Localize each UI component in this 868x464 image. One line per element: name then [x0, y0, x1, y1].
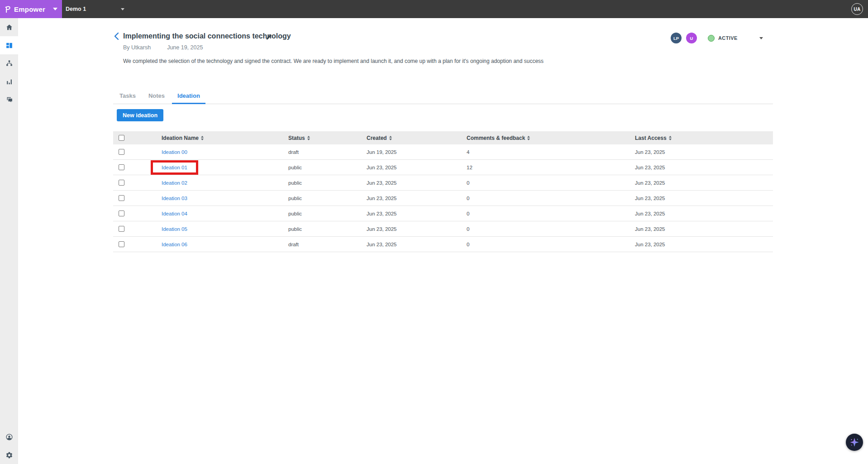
- bar-chart-icon: [5, 78, 13, 86]
- ideation-table-body: Ideation 00 draft Jun 19, 2025 4 Jun 23,…: [113, 144, 773, 252]
- column-header-comments[interactable]: Comments & feedback: [467, 135, 635, 141]
- created-cell: Jun 23, 2025: [367, 226, 467, 232]
- sidebar-item-discussions[interactable]: [0, 91, 18, 109]
- comments-cell: 0: [467, 196, 635, 201]
- ideation-name-link[interactable]: Ideation 05: [162, 226, 187, 232]
- tab-notes[interactable]: Notes: [142, 90, 171, 104]
- sidebar-item-profile[interactable]: [0, 428, 18, 446]
- table-row: Ideation 01 public Jun 23, 2025 12 Jun 2…: [113, 160, 773, 175]
- ai-assistant-button[interactable]: [846, 434, 863, 451]
- status-cell: public: [288, 211, 367, 216]
- brand-name: Empower: [14, 5, 45, 13]
- edit-title-button[interactable]: [264, 32, 273, 41]
- ideation-name-cell: Ideation 01: [162, 165, 187, 170]
- last-access-cell: Jun 23, 2025: [635, 149, 773, 155]
- member-avatar-lp[interactable]: LP: [671, 33, 682, 43]
- ideation-name-link[interactable]: Ideation 03: [162, 196, 187, 201]
- brand-caret-icon: [53, 8, 57, 10]
- created-cell: Jun 23, 2025: [367, 196, 467, 201]
- created-cell: Jun 23, 2025: [367, 165, 467, 170]
- settings-icon: [5, 451, 13, 459]
- row-checkbox[interactable]: [119, 241, 124, 247]
- status-dropdown[interactable]: ACTIVE: [708, 35, 738, 42]
- ideation-table: Ideation Name Status Created Comments & …: [113, 131, 773, 252]
- created-cell: Jun 23, 2025: [367, 180, 467, 186]
- status-caret-icon[interactable]: [759, 37, 763, 39]
- sidebar: [0, 18, 18, 464]
- workspace-caret-icon: [121, 8, 124, 10]
- column-header-name[interactable]: Ideation Name: [162, 135, 288, 141]
- sidebar-item-home[interactable]: [0, 18, 18, 36]
- created-cell: Jun 23, 2025: [367, 242, 467, 247]
- row-checkbox[interactable]: [119, 180, 124, 186]
- column-header-created[interactable]: Created: [367, 135, 467, 141]
- sparkle-icon: [849, 436, 860, 448]
- column-header-status[interactable]: Status: [288, 135, 367, 141]
- sort-icon[interactable]: [307, 136, 310, 140]
- empower-logo-icon: [5, 5, 11, 14]
- ideation-name-link[interactable]: Ideation 02: [162, 180, 187, 186]
- title-meta: By Utkarsh June 19, 2025: [123, 44, 203, 51]
- comments-cell: 4: [467, 149, 635, 155]
- ideation-name-cell: Ideation 03: [162, 196, 187, 201]
- status-cell: public: [288, 226, 367, 232]
- status-cell: public: [288, 165, 367, 170]
- ideation-name-link[interactable]: Ideation 00: [162, 149, 187, 155]
- last-access-cell: Jun 23, 2025: [635, 180, 773, 186]
- tab-bar: Tasks Notes Ideation: [113, 90, 773, 104]
- profile-icon: [5, 433, 13, 441]
- last-access-cell: Jun 23, 2025: [635, 165, 773, 170]
- comments-cell: 0: [467, 226, 635, 232]
- row-checkbox[interactable]: [119, 210, 124, 216]
- sort-icon[interactable]: [527, 136, 530, 140]
- comments-cell: 12: [467, 165, 635, 170]
- app-root: Empower Demo 1 UA: [0, 0, 868, 464]
- back-button[interactable]: [111, 31, 121, 41]
- status-badge: ACTIVE: [718, 35, 738, 41]
- row-checkbox[interactable]: [119, 226, 124, 232]
- tab-tasks[interactable]: Tasks: [113, 90, 142, 104]
- ideation-name-cell: Ideation 04: [162, 211, 187, 216]
- new-ideation-button[interactable]: New ideation: [117, 109, 163, 121]
- select-all-checkbox[interactable]: [119, 135, 124, 141]
- user-avatar[interactable]: UA: [851, 3, 863, 15]
- ideation-name-link[interactable]: Ideation 01: [162, 165, 187, 170]
- chat-icon: [5, 96, 13, 104]
- table-row: Ideation 05 public Jun 23, 2025 0 Jun 23…: [113, 221, 773, 237]
- ideation-name-link[interactable]: Ideation 06: [162, 242, 187, 247]
- row-checkbox[interactable]: [119, 195, 124, 201]
- ideation-name-cell: Ideation 00: [162, 149, 187, 155]
- sort-icon[interactable]: [389, 136, 392, 140]
- ideation-name-link[interactable]: Ideation 04: [162, 211, 187, 216]
- back-chevron-icon: [114, 32, 119, 40]
- sort-icon[interactable]: [669, 136, 672, 140]
- row-checkbox[interactable]: [119, 164, 124, 170]
- last-access-cell: Jun 23, 2025: [635, 211, 773, 216]
- last-access-cell: Jun 23, 2025: [635, 242, 773, 247]
- table-header-row: Ideation Name Status Created Comments & …: [113, 131, 773, 144]
- topbar: Empower Demo 1 UA: [0, 0, 868, 18]
- home-icon: [5, 24, 13, 31]
- sidebar-item-reports[interactable]: [0, 72, 18, 91]
- status-cell: public: [288, 180, 367, 186]
- comments-cell: 0: [467, 180, 635, 186]
- sort-icon[interactable]: [201, 136, 204, 140]
- pencil-icon: [266, 33, 272, 40]
- table-row: Ideation 02 public Jun 23, 2025 0 Jun 23…: [113, 175, 773, 191]
- sidebar-item-dashboard[interactable]: [0, 36, 18, 54]
- status-dot-icon: [708, 35, 715, 42]
- table-row: Ideation 03 public Jun 23, 2025 0 Jun 23…: [113, 191, 773, 206]
- workspace-selector[interactable]: Demo 1: [66, 0, 124, 18]
- row-checkbox[interactable]: [119, 149, 124, 155]
- tab-ideation[interactable]: Ideation: [171, 90, 206, 104]
- sidebar-item-hierarchy[interactable]: [0, 54, 18, 72]
- page-description: We completed the selection of the techno…: [123, 58, 576, 64]
- dashboard-icon: [5, 42, 13, 49]
- sidebar-item-settings[interactable]: [0, 446, 18, 464]
- column-header-last-access[interactable]: Last Access: [635, 135, 773, 141]
- brand-menu[interactable]: Empower: [0, 0, 62, 18]
- ideation-name-cell: Ideation 06: [162, 242, 187, 247]
- byline: By Utkarsh: [123, 44, 151, 51]
- status-cell: draft: [288, 149, 367, 155]
- member-avatar-u[interactable]: U: [686, 33, 697, 43]
